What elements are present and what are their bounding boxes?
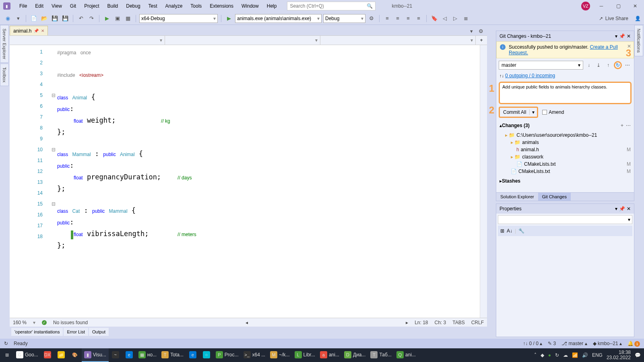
tray-lang[interactable]: ENG — [592, 352, 603, 358]
bookmark-clear-icon[interactable]: ≣ — [461, 14, 470, 23]
notifications-tab[interactable]: Notifications — [634, 25, 643, 56]
tray-shield-icon[interactable]: ● — [548, 352, 551, 358]
output-tab[interactable]: 'operator' instantiations — [11, 328, 63, 336]
notifications-count[interactable]: 🔔1 — [627, 341, 640, 347]
user-avatar[interactable]: VZ — [581, 2, 590, 10]
code-editor[interactable]: 123456789101112131415161718 ⊟⊟⊟ #pragma … — [10, 45, 487, 318]
menu-analyze[interactable]: Analyze — [161, 1, 187, 11]
save-icon[interactable]: 💾 — [50, 14, 59, 23]
tray-up-icon[interactable]: ˄ — [534, 352, 537, 358]
branch-indicator[interactable]: ⎇ master ▴ — [561, 341, 587, 346]
stashes-header[interactable]: ▸ Stashes — [496, 176, 634, 186]
stage-all-icon[interactable]: + — [621, 123, 623, 128]
live-share-button[interactable]: ↗ Live Share 👤 — [599, 16, 641, 21]
file-tab-animal-h[interactable]: animal.h 📌 ✕ — [10, 26, 48, 35]
taskbar-item[interactable]: e — [186, 348, 200, 362]
zoom-level[interactable]: 160 % — [13, 320, 27, 325]
pin-icon[interactable]: 📌 — [34, 29, 39, 33]
maximize-button[interactable]: ▢ — [613, 2, 624, 10]
more-icon[interactable]: ⋯ — [623, 61, 632, 69]
split-icon[interactable]: + — [476, 36, 487, 45]
commit-message-input[interactable]: Add unique public fields to animals hier… — [499, 82, 632, 104]
open-icon[interactable]: 📂 — [40, 14, 49, 23]
save-all-icon[interactable]: 💾 — [61, 14, 70, 23]
taskbar-item[interactable]: M~/k... — [268, 348, 292, 362]
changes-header[interactable]: ▴ Changes (3) +⋯ — [496, 120, 634, 131]
fold-column[interactable]: ⊟⊟⊟ — [50, 45, 57, 318]
debug-selector[interactable]: Debug▾ — [323, 14, 365, 23]
menu-edit[interactable]: Edit — [31, 1, 47, 11]
comment-icon[interactable]: ≡ — [404, 14, 413, 23]
tray-app-icon[interactable]: ◆ — [541, 352, 544, 358]
wrench-icon[interactable]: 🔧 — [518, 228, 524, 234]
tray-volume-icon[interactable]: 🔊 — [582, 352, 588, 358]
indent-icon[interactable]: ≡ — [383, 14, 392, 23]
class-selector[interactable]: ▾ — [165, 36, 320, 45]
pull-push-count[interactable]: ↑↓ 0 / 0 ▴ — [523, 341, 542, 346]
taskbar-item[interactable]: DДиа... — [342, 348, 368, 362]
start-icon[interactable]: ▶ — [103, 14, 111, 23]
taskbar-item[interactable]: LLibr... — [292, 348, 318, 362]
bookmark-next-icon[interactable]: ▷ — [451, 14, 460, 23]
pull-icon[interactable]: ⤓ — [594, 61, 603, 69]
tray-notification-icon[interactable]: 💬 — [635, 352, 641, 358]
target-selector[interactable]: animals.exe (animals\animals.exe)▾ — [235, 14, 322, 23]
config-selector[interactable]: x64-Debug▾ — [139, 14, 218, 23]
props-pin-icon[interactable]: 📌 — [619, 206, 625, 212]
menu-test[interactable]: Test — [144, 1, 161, 11]
step-icon[interactable]: ▦ — [124, 14, 132, 23]
minimize-button[interactable]: ─ — [596, 2, 607, 10]
menu-extensions[interactable]: Extensions — [206, 1, 237, 11]
taskbar-item[interactable]: ○ — [200, 348, 213, 362]
scope-selector[interactable]: ▾ — [10, 36, 165, 45]
tool-icon[interactable]: ⚙ — [367, 14, 376, 23]
vtab-server-explorer[interactable]: Server Explorer — [0, 25, 9, 63]
panel-close-icon[interactable]: ✕ — [627, 33, 631, 39]
properties-object-selector[interactable]: ▾ — [498, 215, 632, 224]
tab-dropdown-icon[interactable]: ▾ — [467, 27, 476, 35]
props-close-icon[interactable]: ✕ — [627, 206, 631, 212]
tray-clock[interactable]: 18:3823.02.2022 — [607, 350, 631, 360]
categorize-icon[interactable]: ⊞ — [500, 228, 504, 234]
search-box[interactable]: 🔍 — [287, 2, 376, 10]
taskbar-item[interactable]: 🎨 — [68, 348, 82, 362]
uncomment-icon[interactable]: ≡ — [414, 14, 423, 23]
search-input[interactable] — [290, 3, 367, 9]
amend-checkbox[interactable]: Amend — [542, 109, 564, 115]
changes-count[interactable]: ✎ 3 — [548, 341, 556, 346]
taskbar-item[interactable]: GGoo... — [14, 348, 41, 362]
commit-dropdown-icon[interactable]: ▾ — [529, 109, 537, 115]
taskbar-item[interactable]: DX — [41, 348, 54, 362]
vertical-scrollbar[interactable] — [480, 45, 487, 318]
taskbar-item[interactable]: >_x64 ... — [241, 348, 268, 362]
tab-settings-icon[interactable]: ⚙ — [477, 27, 485, 35]
stop-icon[interactable]: ▣ — [113, 14, 122, 23]
close-tab-icon[interactable]: ✕ — [41, 29, 44, 33]
tree-item[interactable]: ▸ 📁 animals — [500, 139, 631, 146]
props-dropdown-icon[interactable]: ▾ — [615, 206, 617, 212]
outdent-icon[interactable]: ≡ — [393, 14, 402, 23]
feedback-icon[interactable]: 👤 — [635, 16, 641, 21]
panel-tab[interactable]: Solution Explorer — [496, 193, 538, 201]
undo-icon[interactable]: ↶ — [76, 14, 85, 23]
menu-tools[interactable]: Tools — [186, 1, 206, 11]
taskbar-item[interactable]: 📁 — [54, 348, 68, 362]
fetch-icon[interactable]: ↓ — [585, 61, 593, 69]
sync-icon[interactable]: ↻ — [614, 61, 622, 69]
menu-file[interactable]: File — [15, 1, 31, 11]
panel-tab[interactable]: Git Changes — [538, 193, 571, 201]
menu-build[interactable]: Build — [103, 1, 122, 11]
back-icon[interactable]: ◉ — [3, 14, 12, 23]
panel-dropdown-icon[interactable]: ▾ — [615, 33, 617, 39]
taskbar-item[interactable]: ▦но... — [136, 348, 159, 362]
new-icon[interactable]: 📄 — [29, 14, 38, 23]
taskbar-item[interactable]: ▮Visu... — [82, 348, 109, 362]
taskbar-item[interactable]: TTota... — [159, 348, 186, 362]
taskbar-item[interactable]: Qani... — [394, 348, 418, 362]
commit-all-button[interactable]: Commit All▾ — [499, 107, 538, 118]
sync-icon[interactable]: ↻ — [4, 341, 8, 346]
tray-wifi-icon[interactable]: 📶 — [572, 352, 578, 358]
repo-indicator[interactable]: ◆ kmbo--21 ▴ — [593, 341, 622, 346]
tree-item[interactable]: 📄 CMakeLists.txtM — [500, 168, 631, 175]
push-icon[interactable]: ↑ — [604, 61, 612, 69]
